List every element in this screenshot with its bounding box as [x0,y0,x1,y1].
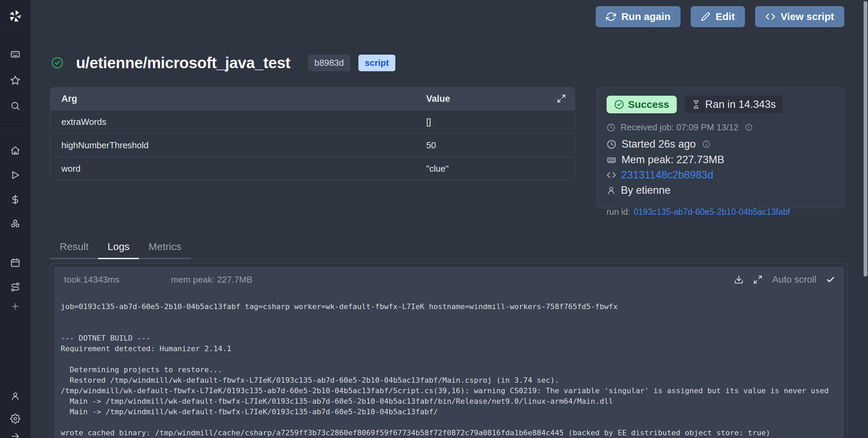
table-row: extraWords [] [51,110,575,133]
code-icon [607,170,616,180]
tab-metrics[interactable]: Metrics [139,239,191,259]
args-table-header: Arg Value [51,88,575,110]
sidebar-item-favorites[interactable] [0,71,31,90]
hourglass-icon [692,100,701,109]
logs-tools: Auto scroll [734,274,835,285]
received-job-label: Received job: 07:09 PM 13/12 [620,122,738,133]
action-toolbar: Run again Edit View script [596,6,844,27]
started-row: Started 26s ago [607,138,834,150]
route-icon [10,282,20,292]
detail-tabs: Result Logs Metrics [50,239,845,259]
duration-label: Ran in 14.343s [705,98,776,111]
sidebar-item-settings[interactable] [0,409,31,428]
expand-icon[interactable] [753,275,763,284]
info-icon[interactable] [702,140,710,148]
home-icon [10,146,20,156]
sidebar-item-add[interactable] [0,297,31,316]
args-table: Arg Value extraWords [] highNumberThresh… [50,87,575,180]
mem-peak-small-label: mem peak: 227.7MB [171,274,252,285]
log-output: job=0193c135-ab7d-60e5-2b10-04b5ac13fabf… [61,301,844,438]
auto-scroll-checkbox[interactable] [826,275,835,284]
dollar-icon [10,194,20,205]
plus-icon [11,302,20,311]
sidebar-item-variables[interactable] [0,190,31,209]
windmill-logo-icon [7,8,23,24]
boxes-icon [10,219,21,230]
script-hash-badge[interactable]: b8983d [308,55,350,71]
started-label: Started 26s ago [622,138,696,150]
success-check-icon [51,56,64,69]
logs-header: took 14343ms mem peak: 227.7MB Auto scro… [54,267,844,286]
table-row: word "clue" [51,157,575,180]
col-arg: Arg [51,94,77,104]
sidebar-item-runs[interactable] [0,166,31,185]
run-again-button[interactable]: Run again [596,6,680,27]
sidebar-item-resources[interactable] [0,215,31,234]
arg-name: extraWords [51,117,106,127]
clock-icon [607,123,615,132]
arg-value: "clue" [426,164,449,174]
user-icon [607,186,616,195]
sidebar-item-triggers[interactable] [0,278,31,297]
code-icon [765,12,775,22]
sidebar-item-apps[interactable] [0,45,31,64]
edit-label: Edit [715,11,735,22]
arg-value: 50 [426,140,436,151]
view-script-label: View script [781,11,834,22]
download-icon[interactable] [734,275,744,284]
sidebar-item-home[interactable] [0,141,31,160]
title-row: u/etienne/microsoft_java_test b8983d scr… [51,54,395,72]
sidebar-item-search[interactable] [0,96,31,115]
mem-peak-label: Mem peak: 227.73MB [622,154,724,166]
tab-logs[interactable]: Logs [98,239,139,259]
page-title: u/etienne/microsoft_java_test [76,54,290,72]
received-job-row: Received job: 07:09 PM 13/12 [607,122,834,133]
star-icon [10,75,20,85]
edit-button[interactable]: Edit [691,6,745,27]
play-icon [10,170,20,180]
col-value: Value [426,94,450,104]
run-id-link[interactable]: 0193c135-ab7d-60e5-2b10-04b5ac13fabf [633,207,790,216]
mem-peak-row: Mem peak: 227.73MB [607,154,834,166]
created-by-label: By etienne [621,184,671,196]
tab-result[interactable]: Result [50,239,98,259]
took-label: took 14343ms [64,274,119,285]
sidebar [0,0,31,438]
expand-args-icon[interactable] [557,94,566,103]
search-icon [10,101,20,111]
status-badge: Success [607,96,677,113]
script-hash-link[interactable]: 23131148c2b8983d [621,169,713,181]
status-row: Success Ran in 14.343s [607,96,834,113]
script-type-badge: script [358,55,395,71]
app-window-icon [10,49,20,59]
clock-icon [607,139,616,149]
arg-name: word [51,164,80,174]
sidebar-divider [0,128,31,128]
duration-chip: Ran in 14.343s [685,96,783,113]
view-script-button[interactable]: View script [755,6,844,27]
arrow-right-icon [11,432,20,438]
arg-name: highNumberThreshold [51,140,149,151]
logs-panel: took 14343ms mem peak: 227.7MB Auto scro… [50,263,848,438]
arg-value: [] [426,117,431,127]
pencil-icon [701,12,710,21]
auto-scroll-label: Auto scroll [772,274,816,285]
gear-icon [10,414,20,424]
user-icon [11,392,20,401]
sidebar-item-collapse[interactable] [0,427,31,438]
windmill-logo[interactable] [0,7,31,26]
check-circle-icon [614,99,624,110]
job-status-card: Success Ran in 14.343s Received job: 07:… [597,87,844,208]
script-hash-row: 23131148c2b8983d [607,169,834,181]
run-id-row: run id:0193c135-ab7d-60e5-2b10-04b5ac13f… [607,207,834,217]
sidebar-item-account[interactable] [0,387,31,406]
logs-viewer: took 14343ms mem peak: 227.7MB Auto scro… [54,267,844,438]
page-scrollbar[interactable] [864,1,867,277]
refresh-icon [606,12,616,22]
run-again-label: Run again [621,11,670,22]
table-row: highNumberThreshold 50 [51,133,575,157]
info-icon[interactable] [745,123,753,131]
sidebar-item-schedules[interactable] [0,253,31,272]
created-by-row: By etienne [607,184,834,196]
calendar-icon [10,258,20,268]
